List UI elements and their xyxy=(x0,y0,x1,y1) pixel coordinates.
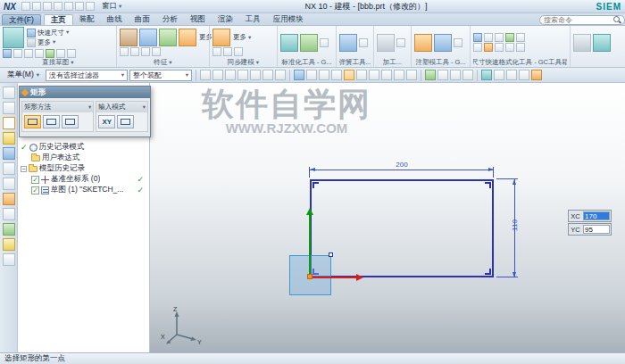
pattern-feature-icon[interactable] xyxy=(159,29,177,46)
make-corner-icon[interactable] xyxy=(406,70,417,80)
ribbon-spline-icon[interactable] xyxy=(67,49,76,58)
web-browser-icon[interactable] xyxy=(3,178,15,190)
dimensions-icon[interactable] xyxy=(438,70,448,80)
electrode-icon[interactable] xyxy=(454,38,462,47)
fillet-tool-icon[interactable] xyxy=(369,70,379,80)
dialog-header[interactable]: 矩形 xyxy=(20,87,150,98)
tab-file[interactable]: 文件(F) xyxy=(2,14,41,25)
spline-tools-icon[interactable] xyxy=(300,34,318,52)
group-label-mold-tools[interactable]: 注塑模工具 - G... xyxy=(414,58,467,67)
snap-point-icon[interactable] xyxy=(200,70,211,80)
tool-palette-icon[interactable] xyxy=(593,34,611,52)
prefix-format-icon[interactable] xyxy=(495,43,504,52)
rect-by-2-points-button[interactable] xyxy=(24,115,41,128)
reuse-library-icon[interactable] xyxy=(3,132,15,145)
window-menu[interactable]: 窗口 ▾ xyxy=(102,1,121,12)
collapse-expander-icon[interactable]: − xyxy=(21,166,27,172)
visibility-checkbox[interactable]: ✓ xyxy=(31,176,39,184)
fit-view-icon[interactable] xyxy=(481,70,492,80)
tab-render[interactable]: 渲染 xyxy=(212,14,239,25)
navigator-item-history-mode[interactable]: ✓ 历史记录模式 xyxy=(18,142,149,153)
ribbon-circle-icon[interactable] xyxy=(35,49,44,58)
paste-icon[interactable] xyxy=(75,2,84,11)
edge-blend-icon[interactable] xyxy=(120,47,129,56)
tab-assembly[interactable]: 装配 xyxy=(73,14,101,25)
quick-trim-icon[interactable] xyxy=(381,70,392,80)
precision-format-icon[interactable] xyxy=(516,43,525,52)
profile-tool-icon[interactable] xyxy=(294,70,304,80)
std-more-icon[interactable] xyxy=(320,38,329,47)
chamfer-icon[interactable] xyxy=(130,47,139,56)
existing-point-snap-icon[interactable] xyxy=(275,70,286,80)
center-snap-icon[interactable] xyxy=(250,70,261,80)
resize-face-icon[interactable] xyxy=(234,47,243,56)
spring-tool-icon[interactable] xyxy=(339,34,357,52)
arc-tool-icon[interactable] xyxy=(319,70,329,80)
height-dimension-value[interactable]: 110 xyxy=(511,215,519,236)
group-label-spring-tools[interactable]: 弹簧工具... xyxy=(339,58,371,67)
selection-handle[interactable] xyxy=(329,252,333,257)
replace-face-icon[interactable] xyxy=(212,47,221,56)
hd3d-tools-icon[interactable] xyxy=(3,147,15,160)
navigator-item-user-expressions[interactable]: 用户表达式 xyxy=(18,153,149,163)
tab-surface[interactable]: 曲面 xyxy=(129,14,156,25)
trim-body-icon[interactable] xyxy=(141,47,150,56)
sketch-icon[interactable] xyxy=(3,27,24,48)
quadrant-snap-icon[interactable] xyxy=(262,70,273,80)
sync-more-button[interactable]: 更多 ▾ xyxy=(232,33,252,42)
selection-scope-dropdown[interactable]: 整个装配 ▾ xyxy=(129,70,192,81)
system-scenes-icon[interactable] xyxy=(3,253,15,266)
cut-icon[interactable] xyxy=(54,2,62,11)
navigator-item-datum-csys[interactable]: ✓ 基准坐标系 (0) ✓ xyxy=(18,174,149,185)
xc-value-input[interactable]: 170 xyxy=(583,211,610,220)
sketch-origin-point[interactable] xyxy=(307,274,312,279)
rectangle-dialog[interactable]: 矩形 矩形方法 ▾ 输入模式 ▾ XY xyxy=(19,86,151,137)
angular-dim-style-icon[interactable] xyxy=(484,33,493,42)
text-style-icon[interactable] xyxy=(505,33,514,42)
coordinate-mode-button[interactable]: XY xyxy=(98,115,115,128)
radial-dim-style-icon[interactable] xyxy=(495,33,504,42)
sketch-more-button[interactable]: 更多 ▾ xyxy=(26,38,70,47)
wireframe-style-icon[interactable] xyxy=(519,70,529,80)
group-label-feature[interactable]: 特征 ▾ xyxy=(120,58,206,67)
geometric-constraints-icon[interactable] xyxy=(425,70,436,80)
machining-prep-icon[interactable] xyxy=(377,34,395,52)
xc-field[interactable]: XC 170 xyxy=(568,210,612,222)
tab-home[interactable]: 主页 xyxy=(44,14,73,25)
stack-dims-icon[interactable] xyxy=(484,43,493,52)
orient-view-icon[interactable] xyxy=(494,70,504,80)
group-label-standard-tools[interactable]: 标准化工具 - G... xyxy=(280,58,333,67)
group-label-direct-sketch[interactable]: 直接草图 ▾ xyxy=(3,58,113,67)
shaded-style-icon[interactable] xyxy=(506,70,517,80)
shell-icon[interactable] xyxy=(152,47,161,56)
convert-reference-icon[interactable] xyxy=(462,70,473,80)
navigator-item-sketch[interactable]: ✓ 草图 (1) "SKETCH_... ✓ xyxy=(18,185,149,195)
linear-dim-style-icon[interactable] xyxy=(473,33,482,42)
part-navigator-icon[interactable] xyxy=(3,117,15,129)
parameter-mode-button[interactable] xyxy=(117,115,134,128)
studio-spline-tool-icon[interactable] xyxy=(356,70,367,80)
roles-icon[interactable] xyxy=(3,238,15,251)
navigator-item-model-history[interactable]: − 模型历史记录 xyxy=(18,163,149,174)
graphics-window[interactable]: 软件自学网 WWW.RJZXW.COM 200 110 xyxy=(150,83,625,352)
constraint-navigator-icon[interactable] xyxy=(3,102,15,114)
sketch-rectangle[interactable] xyxy=(310,179,494,277)
ribbon-line-icon[interactable] xyxy=(13,49,22,58)
group-label-dimension-format[interactable]: 尺寸快速格式化工具 - GC工具箱 xyxy=(473,58,567,67)
process-studio-icon[interactable] xyxy=(3,208,15,220)
input-mode-header[interactable]: 输入模式 ▾ xyxy=(96,102,147,112)
rect-from-center-button[interactable] xyxy=(62,115,79,128)
intersection-snap-icon[interactable] xyxy=(238,70,248,80)
line-tool-icon[interactable] xyxy=(306,70,317,80)
extrude-icon[interactable] xyxy=(120,29,138,46)
repeat-command-icon[interactable] xyxy=(86,2,95,11)
display-options-icon[interactable] xyxy=(573,34,591,52)
save-icon[interactable] xyxy=(21,2,30,11)
undo-icon[interactable] xyxy=(32,2,41,11)
quick-dimension-button[interactable]: 快速尺寸 ▾ xyxy=(26,29,70,37)
yc-value-input[interactable]: 95 xyxy=(583,225,610,234)
ribbon-rectangle-icon[interactable] xyxy=(46,49,54,58)
rectangle-method-header[interactable]: 矩形方法 ▾ xyxy=(22,102,93,112)
assembly-navigator-icon[interactable] xyxy=(3,87,15,99)
menu-button[interactable]: 菜单(M) ▾ xyxy=(3,68,44,82)
